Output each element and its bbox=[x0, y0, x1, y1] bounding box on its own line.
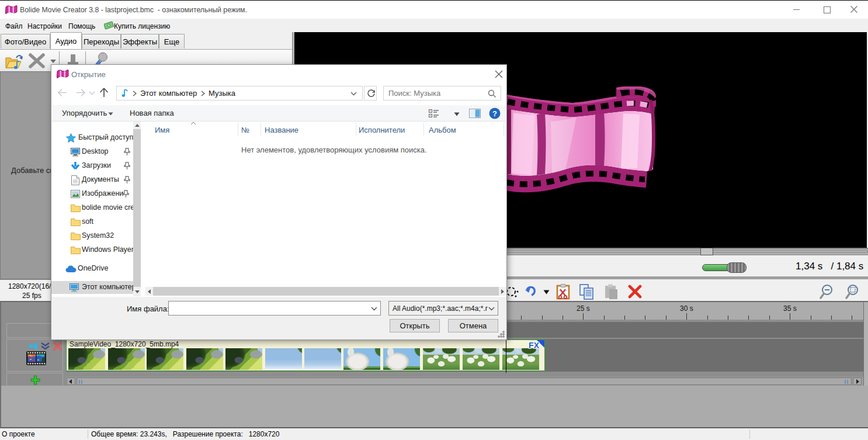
svg-text:?: ? bbox=[492, 109, 497, 118]
